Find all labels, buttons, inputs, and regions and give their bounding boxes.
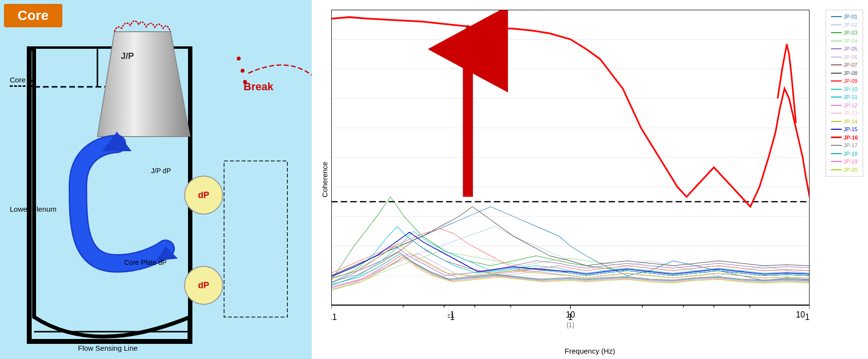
legend-line-icon — [831, 57, 842, 58]
legend-line-icon — [831, 169, 842, 170]
dp-circle-top: dP — [184, 176, 223, 215]
legend-line-icon — [831, 161, 842, 162]
svg-point-13 — [237, 57, 241, 60]
legend-line-icon — [831, 16, 842, 17]
legend-label: JP-11 — [844, 93, 858, 101]
flow-sensing-line-label: Flow Sensing Line — [78, 344, 138, 352]
legend-line-icon — [831, 64, 842, 65]
y-axis-label: Coherence — [321, 161, 329, 197]
legend-item: JP-18 — [831, 150, 858, 158]
svg-point-14 — [241, 69, 245, 73]
svg-rect-12 — [224, 161, 287, 317]
legend-label: JP-04 — [844, 37, 858, 45]
legend-line-icon — [831, 137, 842, 138]
legend-line-icon — [831, 89, 842, 90]
legend-item: JP-13 — [831, 109, 858, 118]
legend-label: JP-13 — [844, 109, 858, 118]
chart-legend: JP-01JP-02JP-03JP-04JP-05JP-06JP-07JP-08… — [826, 10, 863, 177]
break-label: Break — [244, 80, 273, 93]
legend-label: JP-07 — [844, 61, 858, 69]
svg-text:10: 10 — [796, 309, 805, 319]
legend-line-icon — [831, 73, 842, 74]
structure-diagram — [0, 0, 312, 359]
svg-text:-1: -1 — [447, 309, 454, 319]
legend-line-icon — [831, 113, 842, 114]
legend-item: JP-06 — [831, 53, 858, 61]
legend-line-icon — [831, 129, 842, 130]
legend-item: JP-05 — [831, 45, 858, 53]
svg-text:10: 10 — [805, 312, 810, 322]
legend-line-icon — [831, 40, 842, 41]
legend-item: JP-09 — [831, 77, 858, 85]
legend-label: JP-12 — [844, 101, 858, 110]
legend-label: JP-19 — [844, 158, 858, 166]
legend-label: JP-05 — [844, 45, 858, 53]
legend-item: JP-08 — [831, 69, 858, 78]
svg-text:(1): (1) — [566, 321, 574, 329]
legend-label: JP-09 — [844, 77, 858, 85]
legend-item: JP-12 — [831, 101, 858, 110]
legend-label: JP-16 — [844, 134, 858, 142]
legend-line-icon — [831, 121, 842, 122]
legend-line-icon — [831, 145, 842, 146]
legend-line-icon — [831, 97, 842, 98]
x-axis-label: Frequency (Hz) — [565, 347, 615, 355]
legend-label: JP-06 — [844, 53, 858, 61]
legend-item: JP-16 — [831, 134, 858, 142]
legend-item: JP-04 — [831, 37, 858, 45]
legend-line-icon — [831, 24, 842, 25]
legend-label: JP-20 — [844, 166, 858, 174]
legend-label: JP-10 — [844, 85, 858, 94]
legend-line-icon — [831, 153, 842, 154]
left-panel: Core Core Support Plate — [0, 0, 312, 359]
lower-plenum-label: Lower Plenum — [10, 205, 57, 213]
legend-label: JP-03 — [844, 29, 858, 37]
legend-item: JP-14 — [831, 118, 858, 126]
legend-label: JP-01 — [844, 13, 858, 21]
legend-item: JP-10 — [831, 85, 858, 94]
legend-item: JP-07 — [831, 61, 858, 69]
legend-item: JP-11 — [831, 93, 858, 101]
legend-item: JP-01 — [831, 13, 858, 21]
legend-item: JP-20 — [831, 166, 858, 174]
dp-circle-bottom: dP — [184, 266, 223, 305]
legend-item: JP-19 — [831, 158, 858, 166]
svg-text:0.1: 0.1 — [331, 312, 337, 322]
legend-item: JP-02 — [831, 21, 858, 29]
legend-line-icon — [831, 80, 842, 81]
legend-label: JP-08 — [844, 69, 858, 78]
right-panel: Coherence Frequency (Hz) Coherence level… — [312, 0, 868, 359]
legend-line-icon — [831, 48, 842, 49]
legend-label: JP-17 — [844, 141, 858, 150]
legend-line-icon — [831, 32, 842, 33]
legend-item: JP-17 — [831, 141, 858, 150]
coherence-chart: 0 0.1 0.2 0.3 0.4 0.5 0.6 0.7 0.8 0.9 1 — [331, 10, 810, 330]
legend-label: JP-15 — [844, 125, 858, 134]
svg-text:10: 10 — [566, 309, 575, 319]
jp-label: J/P — [121, 51, 134, 61]
legend-label: JP-18 — [844, 150, 858, 158]
legend-item: JP-03 — [831, 29, 858, 37]
core-plate-dp-label: Core Plate dP — [124, 259, 167, 266]
legend-label: JP-02 — [844, 21, 858, 29]
legend-item: JP-15 — [831, 125, 858, 134]
legend-line-icon — [831, 105, 842, 106]
legend-label: JP-14 — [844, 118, 858, 126]
jp-dp-label: J/P dP — [151, 167, 171, 175]
